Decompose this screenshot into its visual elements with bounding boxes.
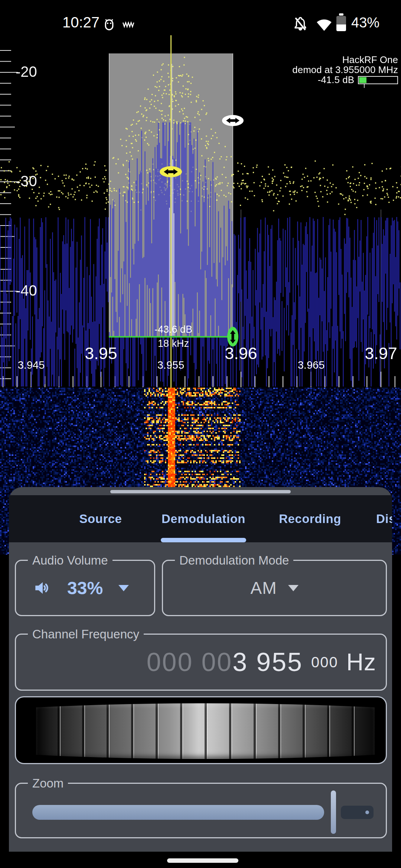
tab-bar: Source Demodulation Recording Display	[9, 495, 392, 542]
battery-icon	[336, 13, 346, 31]
channel-frequency-label: Channel Frequency	[28, 627, 144, 641]
zoom-group: Zoom	[15, 783, 387, 838]
demod-frequency-info: demod at 3.955000 MHz	[292, 65, 398, 75]
selection-power-label: -43.6 dB	[125, 324, 222, 335]
db-axis-label: -40	[16, 282, 37, 299]
navigation-gesture-bar[interactable]	[167, 858, 238, 863]
tab-demodulation[interactable]: Demodulation	[155, 495, 252, 542]
tab-display[interactable]: Display	[376, 495, 392, 542]
freq-digits-bright: 955	[256, 647, 303, 677]
tab-source[interactable]: Source	[63, 495, 138, 542]
freq-unit: Hz	[346, 648, 376, 676]
signal-level: -41.5 dB	[318, 75, 354, 85]
debug-bug-icon	[102, 17, 116, 31]
notifications-off-icon	[293, 16, 308, 32]
audio-volume-value: 33%	[67, 578, 103, 598]
clock: 10:27	[62, 14, 100, 31]
zoom-slider-end-dot	[365, 811, 369, 814]
tab-recording[interactable]: Recording	[269, 495, 351, 542]
zoom-slider-track-active[interactable]	[32, 805, 324, 820]
source-name: HackRF One	[292, 55, 398, 65]
freq-label-major: 3.95	[68, 344, 134, 363]
demodulation-mode-dropdown[interactable]: AM	[163, 561, 386, 615]
squelch-level-handle[interactable]	[227, 327, 238, 346]
active-tab-indicator	[161, 538, 246, 542]
bottom-sheet: Source Demodulation Recording Display Au…	[9, 487, 392, 852]
demodulation-mode-group: Demodulation Mode AM	[162, 560, 387, 616]
chevron-down-icon	[118, 585, 129, 591]
source-info-block: HackRF One demod at 3.955000 MHz -41.5 d…	[292, 55, 398, 85]
freq-digits-small: 000	[311, 654, 338, 671]
freq-label-major: 3.96	[208, 344, 274, 363]
freq-digits-dim: 000	[147, 647, 193, 677]
db-axis-label: -30	[16, 173, 37, 190]
demodulation-mode-value: AM	[251, 578, 277, 598]
wireless-debug-icon	[123, 22, 135, 28]
freq-label-minor: 3.945	[9, 359, 53, 371]
wifi-icon	[316, 16, 333, 32]
battery-percent: 43%	[351, 15, 379, 31]
freq-digits-bright: 3	[232, 647, 248, 677]
freq-digits-dim: 00	[201, 647, 232, 677]
horizontal-arrows-icon	[225, 116, 240, 125]
tuning-drag-handle[interactable]	[160, 166, 182, 177]
freq-label-major: 3.97	[348, 344, 401, 363]
audio-volume-dropdown[interactable]: 33%	[33, 561, 129, 615]
audio-volume-group: Audio Volume 33%	[15, 560, 155, 616]
zoom-label: Zoom	[28, 776, 68, 790]
status-bar: 10:27 43%	[0, 0, 401, 37]
db-axis-label: -20	[16, 63, 37, 80]
channel-frequency-group: Channel Frequency 000 00 3 955 000 Hz	[15, 634, 387, 691]
freq-label-minor: 3.955	[149, 359, 193, 371]
tuning-wheel-frame	[15, 696, 387, 764]
selection-bandwidth-label: 18 kHz	[125, 338, 222, 349]
bandwidth-right-handle[interactable]	[222, 115, 244, 126]
chevron-down-icon	[288, 585, 299, 591]
horizontal-arrows-icon	[163, 168, 179, 176]
sheet-drag-handle[interactable]	[110, 490, 291, 493]
signal-meter	[358, 76, 398, 84]
freq-label-minor: 3.965	[289, 359, 333, 371]
zoom-slider-handle[interactable]	[331, 790, 336, 834]
vertical-arrows-icon	[229, 329, 237, 345]
channel-frequency-value[interactable]: 000 00 3 955 000 Hz	[147, 635, 376, 690]
speaker-icon	[33, 579, 52, 597]
tuning-jog-wheel[interactable]	[36, 703, 375, 759]
